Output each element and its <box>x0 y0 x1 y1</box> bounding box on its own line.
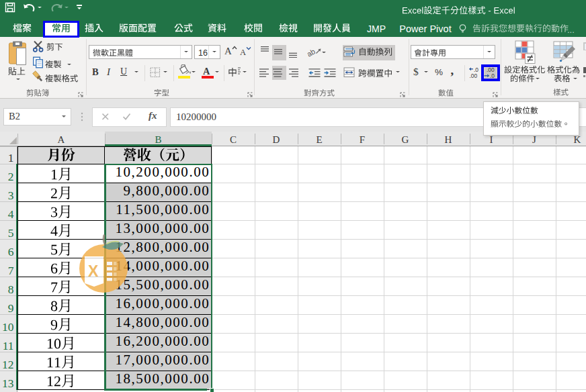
svg-text:.00: .00 <box>470 72 478 79</box>
svg-text:X: X <box>88 262 99 280</box>
svg-text:ab: ab <box>306 47 317 58</box>
